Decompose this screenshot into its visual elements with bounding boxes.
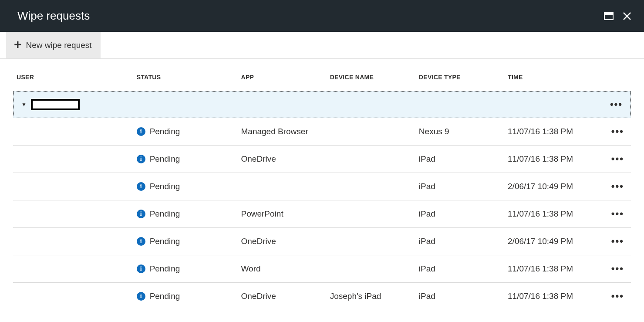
chevron-down-icon[interactable]: ▼: [21, 102, 27, 108]
table-row[interactable]: iPendingManaged BrowserNexus 911/07/16 1…: [13, 118, 631, 146]
col-device-type[interactable]: DEVICE TYPE: [415, 68, 504, 91]
cell-device-type: iPad: [415, 146, 504, 173]
cell-time: 11/07/16 1:38 PM: [504, 255, 604, 283]
wipe-requests-table: USER STATUS APP DEVICE NAME DEVICE TYPE …: [13, 68, 631, 310]
cell-status: iPending: [133, 146, 238, 173]
new-wipe-request-label: New wipe request: [26, 41, 92, 50]
cell-app: [238, 173, 327, 200]
cell-app: OneDrive: [238, 146, 327, 173]
cell-time: 2/06/17 10:49 PM: [504, 228, 604, 255]
info-icon: i: [137, 292, 145, 301]
table-row[interactable]: iPendingOneDriveiPad11/07/16 1:38 PM•••: [13, 146, 631, 173]
status-text: Pending: [150, 264, 180, 274]
row-more-icon[interactable]: •••: [608, 208, 627, 220]
new-wipe-request-button[interactable]: + New wipe request: [6, 32, 101, 58]
table-row[interactable]: iPendingOneDriveiPad2/06/17 10:49 PM•••: [13, 228, 631, 255]
cell-actions: •••: [604, 200, 631, 228]
cell-user: [13, 118, 133, 146]
col-status[interactable]: STATUS: [133, 68, 238, 91]
table-row[interactable]: iPendingWordiPad11/07/16 1:38 PM•••: [13, 255, 631, 283]
cell-status: iPending: [133, 173, 238, 200]
cell-device-name: [327, 146, 415, 173]
cell-device-name: Joseph's iPad: [327, 283, 415, 310]
cell-actions: •••: [604, 146, 631, 173]
status-text: Pending: [150, 154, 180, 164]
col-user[interactable]: USER: [13, 68, 133, 91]
cell-device-name: [327, 228, 415, 255]
cell-device-type: iPad: [415, 228, 504, 255]
cell-status: iPending: [133, 200, 238, 228]
row-more-icon[interactable]: •••: [608, 236, 627, 247]
table-container: USER STATUS APP DEVICE NAME DEVICE TYPE …: [0, 59, 644, 310]
cell-app: Managed Browser: [238, 118, 327, 146]
status-text: Pending: [150, 291, 180, 301]
table-row[interactable]: iPendingiPad2/06/17 10:49 PM•••: [13, 173, 631, 200]
header-actions: [604, 11, 632, 21]
status-text: Pending: [150, 182, 180, 191]
row-more-icon[interactable]: •••: [608, 126, 627, 137]
cell-device-name: [327, 255, 415, 283]
cell-device-name: [327, 173, 415, 200]
info-icon: i: [137, 182, 145, 191]
group-row[interactable]: ▼ •••: [13, 91, 631, 118]
table-header-row: USER STATUS APP DEVICE NAME DEVICE TYPE …: [13, 68, 631, 91]
close-icon[interactable]: [622, 11, 632, 21]
cell-status: iPending: [133, 255, 238, 283]
cell-device-type: iPad: [415, 255, 504, 283]
row-more-icon[interactable]: •••: [608, 153, 627, 165]
redacted-user-name: [31, 99, 80, 110]
group-more-icon[interactable]: •••: [610, 99, 623, 110]
info-icon: i: [137, 127, 145, 136]
col-device-name[interactable]: DEVICE NAME: [327, 68, 415, 91]
info-icon: i: [137, 155, 145, 163]
status-text: Pending: [150, 127, 180, 136]
table-row[interactable]: iPendingPowerPointiPad11/07/16 1:38 PM••…: [13, 200, 631, 228]
row-more-icon[interactable]: •••: [608, 291, 627, 302]
cell-status: iPending: [133, 283, 238, 310]
cell-device-type: iPad: [415, 200, 504, 228]
cell-actions: •••: [604, 283, 631, 310]
col-actions: [604, 68, 631, 91]
info-icon: i: [137, 237, 145, 246]
cell-user: [13, 228, 133, 255]
cell-device-type: iPad: [415, 173, 504, 200]
svg-rect-1: [604, 13, 613, 15]
col-app[interactable]: APP: [238, 68, 327, 91]
restore-window-icon[interactable]: [604, 11, 614, 21]
info-icon: i: [137, 210, 145, 218]
cell-time: 11/07/16 1:38 PM: [504, 146, 604, 173]
cell-user: [13, 146, 133, 173]
cell-user: [13, 283, 133, 310]
cell-app: OneDrive: [238, 283, 327, 310]
cell-user: [13, 200, 133, 228]
cell-actions: •••: [604, 255, 631, 283]
table-row[interactable]: iPendingOneDriveJoseph's iPadiPad11/07/1…: [13, 283, 631, 310]
cell-status: iPending: [133, 118, 238, 146]
cell-time: 11/07/16 1:38 PM: [504, 200, 604, 228]
info-icon: i: [137, 264, 145, 273]
cell-actions: •••: [604, 173, 631, 200]
cell-time: 11/07/16 1:38 PM: [504, 118, 604, 146]
cell-app: Word: [238, 255, 327, 283]
cell-user: [13, 173, 133, 200]
blade-header: Wipe requests: [0, 0, 644, 32]
cell-device-name: [327, 118, 415, 146]
cell-app: PowerPoint: [238, 200, 327, 228]
cell-actions: •••: [604, 228, 631, 255]
cell-user: [13, 255, 133, 283]
cell-status: iPending: [133, 228, 238, 255]
command-bar: + New wipe request: [0, 32, 644, 59]
cell-time: 2/06/17 10:49 PM: [504, 173, 604, 200]
page-title: Wipe requests: [17, 9, 90, 23]
cell-device-name: [327, 200, 415, 228]
cell-app: OneDrive: [238, 228, 327, 255]
row-more-icon[interactable]: •••: [608, 181, 627, 192]
col-time[interactable]: TIME: [504, 68, 604, 91]
row-more-icon[interactable]: •••: [608, 263, 627, 275]
cell-device-type: Nexus 9: [415, 118, 504, 146]
cell-time: 11/07/16 1:38 PM: [504, 283, 604, 310]
cell-actions: •••: [604, 118, 631, 146]
status-text: Pending: [150, 209, 180, 219]
cell-device-type: iPad: [415, 283, 504, 310]
plus-icon: +: [14, 38, 22, 51]
